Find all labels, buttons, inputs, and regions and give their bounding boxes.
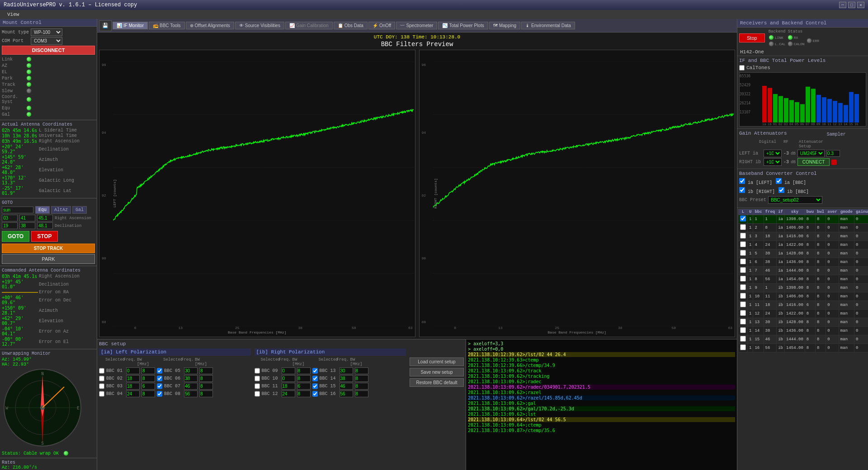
bbc-checkbox[interactable] [99,391,104,397]
bbc-checkbox[interactable] [312,368,318,374]
bbc-checkbox[interactable] [99,376,104,381]
com-port-dropdown[interactable]: COM3 [31,37,62,45]
minimize-button[interactable]: ─ [839,2,846,8]
bbc-freq-input[interactable] [340,367,353,374]
goto-source-input[interactable] [2,207,33,213]
table-checkbox[interactable] [740,267,746,273]
deg-input[interactable] [2,222,18,229]
toolbar-gain-calibration[interactable]: 📈 Gain Calibration [285,22,333,29]
bbc-checkbox[interactable] [157,368,162,374]
load-setup-button[interactable]: Load current setup [410,357,464,366]
disconnect-button[interactable]: DISCONNECT [2,46,95,55]
bbc-freq-input[interactable] [184,383,198,390]
right-digital-dropdown[interactable]: +10 [764,158,782,166]
bbc-freq-input[interactable] [340,383,353,390]
stop-backend-button[interactable]: Stop [739,33,765,42]
park-button[interactable]: PARK [2,254,95,264]
bbc-freq-input[interactable] [184,367,198,374]
tab-equ[interactable]: Equ [35,206,50,214]
bbc-preset-dropdown[interactable]: BBC_setup02 [768,196,822,204]
stop-track-button[interactable]: STOP TRACK [2,244,95,253]
toolbar-if-monitor[interactable]: 📊 IF Monitor [113,22,148,29]
bbc-freq-input[interactable] [282,375,295,382]
bbc-bw-input[interactable] [199,375,213,382]
min2-input[interactable] [19,222,35,229]
table-checkbox[interactable] [740,284,746,290]
hour-input[interactable] [2,215,18,221]
bbc-freq-input[interactable] [282,367,295,374]
table-checkbox[interactable] [740,310,746,316]
left-attenuator-dropdown[interactable]: UM245R [797,150,825,157]
ia-bbc-checkbox[interactable] [776,178,782,184]
bbc-bw-input[interactable] [297,375,311,382]
table-checkbox[interactable] [740,276,746,282]
bbc-freq-input[interactable] [340,390,353,397]
bbc-checkbox[interactable] [312,383,318,389]
toolbar-onoff[interactable]: ⚡ OnOff [368,22,396,29]
bbc-freq-input[interactable] [126,383,140,390]
table-checkbox[interactable] [740,241,746,247]
tab-altaz[interactable]: AltAz [51,206,71,214]
bbc-bw-input[interactable] [297,383,311,390]
bbc-checkbox[interactable] [157,376,162,381]
menu-view[interactable]: View [4,12,23,17]
bbc-freq-input[interactable] [282,390,295,397]
bbc-freq-input[interactable] [184,375,198,382]
left-digital-dropdown[interactable]: +10 [764,150,782,157]
table-checkbox[interactable] [740,327,746,333]
toolbar-obs-data[interactable]: 📋 Obs Data [334,22,368,29]
bbc-checkbox[interactable] [157,383,162,389]
close-button[interactable]: ✕ [857,2,864,8]
tab-gal[interactable]: Gal [72,206,87,214]
ib-right-checkbox[interactable] [739,187,745,193]
bbc-freq-input[interactable] [126,390,140,397]
bbc-checkbox[interactable] [312,391,318,397]
bbc-bw-input[interactable] [199,367,213,374]
bbc-freq-input[interactable] [340,375,353,382]
table-checkbox[interactable] [740,344,746,350]
bbc-bw-input[interactable] [142,375,155,382]
bbc-bw-input[interactable] [199,390,213,397]
bbc-bw-input[interactable] [297,390,311,397]
cal-tones-checkbox[interactable] [739,65,745,70]
sec-input[interactable] [37,215,53,221]
bbc-bw-input[interactable] [199,383,213,390]
restore-default-button[interactable]: Restore BBC default [410,378,464,387]
ib-bbc-checkbox[interactable] [778,187,784,193]
table-checkbox[interactable] [740,233,746,239]
bbc-freq-input[interactable] [184,390,198,397]
bbc-bw-input[interactable] [142,383,155,390]
table-checkbox[interactable] [740,224,746,230]
min-input[interactable] [19,215,35,221]
toolbar-bbc-tools[interactable]: 📻 BBC Tools [149,22,185,29]
table-checkbox[interactable] [740,301,746,307]
save-icon[interactable]: 💾 [99,20,112,31]
table-checkbox[interactable] [740,216,746,221]
bbc-bw-input[interactable] [355,390,368,397]
table-checkbox[interactable] [740,319,746,324]
table-checkbox[interactable] [740,250,746,256]
toolbar-mapping[interactable]: 🗺 Mapping [489,22,520,29]
toolbar-offset-alignments[interactable]: ⊕ Offset Alignments [186,22,234,29]
toolbar-environmental[interactable]: 🌡 Environmental Data [521,22,575,29]
table-checkbox[interactable] [740,336,746,342]
toolbar-source-visibilities[interactable]: 👁 Source Visibilities [235,22,284,29]
window-controls[interactable]: ─ □ ✕ [839,2,864,8]
bbc-freq-input[interactable] [282,383,295,390]
bbc-freq-input[interactable] [126,375,140,382]
bbc-checkbox[interactable] [255,383,260,389]
maximize-button[interactable]: □ [848,2,855,8]
bbc-bw-input[interactable] [355,375,368,382]
stop-button[interactable]: STOP [31,231,57,242]
toolbar-total-power[interactable]: 📉 Total Power Plots [438,22,488,29]
mount-type-dropdown[interactable]: WP-100 [31,28,62,36]
bbc-checkbox[interactable] [99,368,104,374]
bbc-checkbox[interactable] [255,391,260,397]
table-checkbox[interactable] [740,293,746,299]
goto-button[interactable]: GOTO [2,231,29,242]
bbc-freq-input[interactable] [126,367,140,374]
bbc-bw-input[interactable] [355,367,368,374]
bbc-bw-input[interactable] [297,367,311,374]
bbc-checkbox[interactable] [157,391,162,397]
bbc-bw-input[interactable] [142,390,155,397]
